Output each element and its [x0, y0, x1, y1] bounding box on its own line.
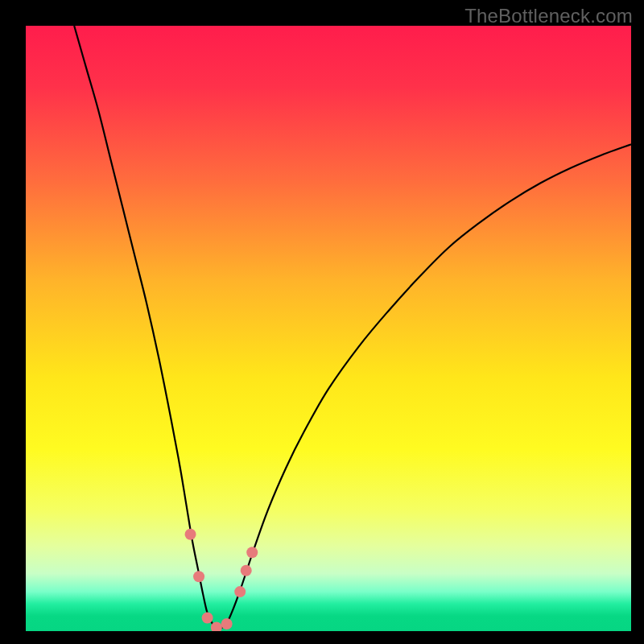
- chart-frame: TheBottleneck.com: [0, 0, 644, 644]
- svg-rect-0: [26, 26, 631, 631]
- plot-area: [26, 26, 631, 631]
- watermark-text: TheBottleneck.com: [464, 5, 633, 27]
- background-gradient: [26, 26, 631, 631]
